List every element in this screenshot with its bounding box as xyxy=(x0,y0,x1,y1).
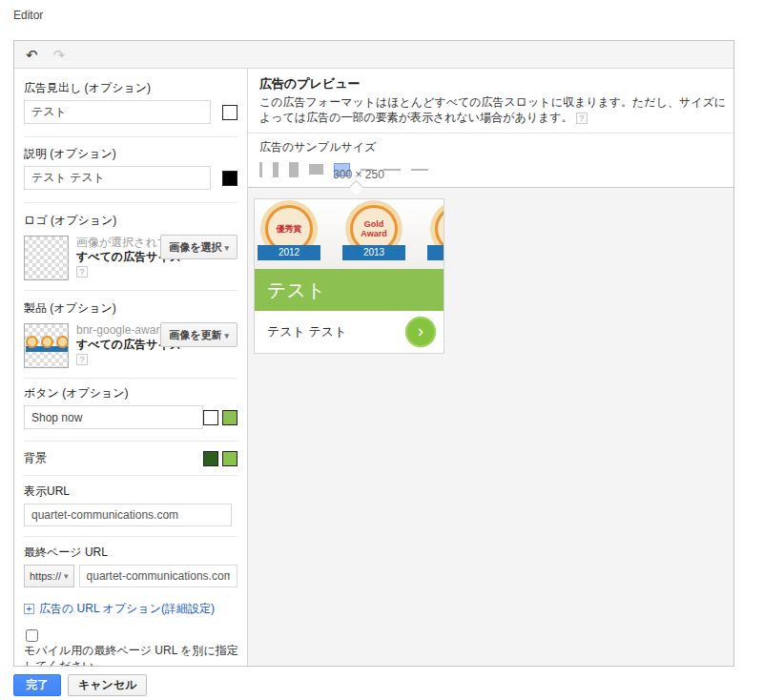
headline-input[interactable] xyxy=(24,100,211,124)
chevron-right-icon: › xyxy=(418,320,423,341)
help-icon[interactable]: ? xyxy=(76,266,88,278)
selected-size-caption: 300 × 250 xyxy=(317,168,401,181)
url-options-link[interactable]: + 広告の URL オプション(詳細設定) xyxy=(24,601,237,617)
preview-header: 広告のプレビュー この広告フォーマットはほとんどすべての広告スロットに収まります… xyxy=(248,69,733,134)
editor-toolbar: ↶ ↷ xyxy=(14,41,733,69)
final-url-section: 最終ページ URL https:// ▾ + 広告の URL オプション(詳細設… xyxy=(24,537,237,666)
ad-product-image: 優秀賞 2012 Gold Award 2013 xyxy=(255,199,444,269)
background-light-color-swatch[interactable] xyxy=(222,451,237,466)
award-badge: Gold Award 2013 xyxy=(342,205,405,260)
chevron-down-icon: ▾ xyxy=(224,331,229,340)
award-badge xyxy=(427,205,444,260)
headline-color-swatch[interactable] xyxy=(222,105,237,120)
button-text-input[interactable] xyxy=(24,405,203,429)
headline-label: 広告見出し (オプション) xyxy=(24,80,237,96)
description-color-swatch[interactable] xyxy=(222,171,237,186)
product-thumbnail-badges xyxy=(26,336,69,355)
product-thumbnail xyxy=(24,323,69,368)
help-icon[interactable]: ? xyxy=(76,354,88,365)
button-bg-color-swatch[interactable] xyxy=(222,410,237,425)
ad-description-text: テスト テスト xyxy=(267,323,346,340)
size-icon-skyscraper-1[interactable] xyxy=(259,162,262,177)
sample-sizes-section: 広告のサンプルサイズ 300 × 250 xyxy=(248,134,733,188)
chevron-down-icon: ▾ xyxy=(64,571,69,581)
size-icon-banner-3[interactable] xyxy=(411,169,428,171)
redo-icon[interactable]: ↷ xyxy=(53,48,66,62)
expand-icon: + xyxy=(24,604,34,614)
done-button[interactable]: 完了 xyxy=(13,674,61,696)
ad-preview-300x250: 優秀賞 2012 Gold Award 2013 テスト xyxy=(254,198,444,354)
button-text-color-swatch[interactable] xyxy=(203,410,218,425)
ad-form-column: 広告見出し (オプション) 説明 (オプション) ロゴ (オプション) xyxy=(14,69,248,666)
cancel-button[interactable]: キャンセル xyxy=(68,674,147,696)
help-icon[interactable]: ? xyxy=(576,113,588,124)
background-section: 背景 xyxy=(24,442,237,476)
display-url-label: 表示URL xyxy=(24,484,237,500)
select-image-button[interactable]: 画像を選択 ▾ xyxy=(160,235,237,259)
undo-icon[interactable]: ↶ xyxy=(26,48,38,62)
protocol-dropdown[interactable]: https:// ▾ xyxy=(24,565,74,587)
ad-editor-panel: ↶ ↷ 広告見出し (オプション) 説明 (オプション) ロゴ (オプシ xyxy=(13,40,734,667)
product-section: 製品 (オプション) bnr-google-award.png すべての広告サイ… xyxy=(24,291,237,379)
description-section: 説明 (オプション) xyxy=(24,137,237,203)
mobile-url-checkbox[interactable] xyxy=(26,629,38,642)
sample-sizes-label: 広告のサンプルサイズ xyxy=(259,139,722,155)
ad-description-bar: テスト テスト › xyxy=(255,311,444,353)
description-label: 説明 (オプション) xyxy=(24,146,237,162)
chevron-down-icon: ▾ xyxy=(224,243,229,253)
ad-preview-area: 優秀賞 2012 Gold Award 2013 テスト xyxy=(248,188,733,666)
logo-section: ロゴ (オプション) 画像が選択されていません すべての広告サイズ ? 画像を選… xyxy=(24,203,237,291)
logo-label: ロゴ (オプション) xyxy=(24,213,237,229)
footer-actions: 完了 キャンセル xyxy=(13,674,147,696)
size-icon-skyscraper-2[interactable] xyxy=(273,162,279,177)
display-url-section: 表示URL xyxy=(24,476,237,537)
preview-description: この広告フォーマットはほとんどすべての広告スロットに収まります。ただし、サイズに… xyxy=(259,95,726,124)
award-badge: 優秀賞 2012 xyxy=(258,205,320,260)
preview-title: 広告のプレビュー xyxy=(259,75,722,93)
final-url-label: 最終ページ URL xyxy=(24,545,237,561)
page-title: Editor xyxy=(13,9,43,22)
button-section: ボタン (オプション) xyxy=(24,379,237,442)
headline-section: 広告見出し (オプション) xyxy=(24,69,237,137)
logo-placeholder-thumbnail xyxy=(24,236,69,280)
mobile-url-option: モバイル用の最終ページ URL を別に指定してください xyxy=(24,629,238,666)
display-url-input[interactable] xyxy=(24,504,232,526)
description-input[interactable] xyxy=(24,166,211,190)
update-image-button[interactable]: 画像を更新 ▾ xyxy=(160,322,237,347)
ad-headline-bar: テスト xyxy=(255,269,444,311)
background-dark-color-swatch[interactable] xyxy=(203,451,218,466)
background-label: 背景 xyxy=(24,450,47,466)
preview-column: 広告のプレビュー この広告フォーマットはほとんどすべての広告スロットに収まります… xyxy=(248,69,733,666)
size-icon-skyscraper-3[interactable] xyxy=(289,162,299,177)
final-url-input[interactable] xyxy=(79,565,237,587)
product-label: 製品 (オプション) xyxy=(24,300,237,317)
button-label: ボタン (オプション) xyxy=(24,385,237,401)
mobile-url-checkbox-label: モバイル用の最終ページ URL を別に指定してください xyxy=(24,644,238,666)
ad-arrow-button: › xyxy=(405,317,436,347)
